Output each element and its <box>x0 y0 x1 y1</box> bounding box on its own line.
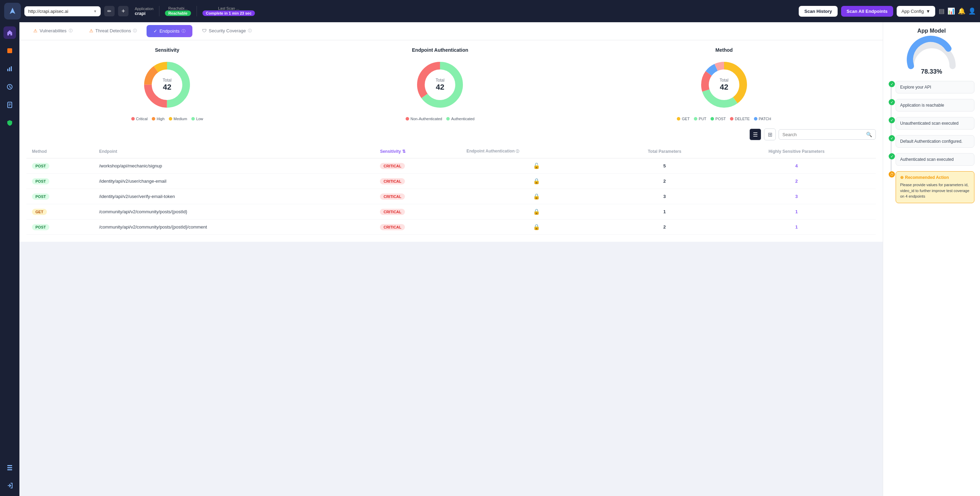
method-badge: POST <box>32 178 49 184</box>
app-config-button[interactable]: App Config ▼ <box>897 6 935 17</box>
auth-total-label: Total <box>436 78 444 83</box>
chart-icon[interactable]: 📊 <box>947 7 955 15</box>
legend-low-dot <box>191 117 195 121</box>
search-input[interactable] <box>783 132 864 137</box>
tab-security-coverage-label: Security Coverage <box>209 28 246 33</box>
col-auth: Endpoint Authentication ⓘ <box>461 145 612 158</box>
table-row[interactable]: POST /identity/api/v2/user/change-email … <box>26 174 876 189</box>
svg-rect-13 <box>7 469 12 470</box>
legend-low: Low <box>191 117 203 121</box>
table-row[interactable]: POST /community/api/v2/community/posts/{… <box>26 219 876 235</box>
legend-patch: PATCH <box>754 117 771 121</box>
timeline-item-reachable: ✓ Application is reachable <box>896 99 974 111</box>
grid-view-button[interactable]: ⊞ <box>764 129 776 140</box>
tab-endpoints[interactable]: ✓ Endpoints ⓘ <box>146 25 192 37</box>
method-badge: GET <box>32 209 47 215</box>
cell-method: POST <box>26 174 94 189</box>
sidebar-item-logout[interactable] <box>3 479 16 492</box>
cell-method: POST <box>26 219 94 235</box>
cell-sensitivity: CRITICAL <box>374 204 461 219</box>
user-icon[interactable]: 👤 <box>968 7 976 15</box>
cell-sensitivity: CRITICAL <box>374 219 461 235</box>
lock-icon: 🔒 <box>533 224 540 230</box>
list-view-button[interactable]: ☰ <box>749 129 761 140</box>
cell-auth: 🔓 <box>461 158 612 174</box>
auth-total-num: 42 <box>436 83 444 92</box>
sensitivity-badge: CRITICAL <box>380 178 404 184</box>
recommended-icon: ⊕ <box>900 175 904 180</box>
notification-icon[interactable]: 🔔 <box>958 7 966 15</box>
tab-security-coverage[interactable]: 🛡 Security Coverage ⓘ <box>194 22 260 40</box>
table-row[interactable]: POST /workshop/api/mechanic/signup CRITI… <box>26 158 876 174</box>
divider-1 <box>159 6 159 16</box>
endpoints-table: Method Endpoint Sensitivity ⇅ Endpoint A… <box>26 145 876 235</box>
endpoints-info-icon: ⓘ <box>181 29 185 34</box>
legend-patch-label: PATCH <box>759 117 771 121</box>
sidebar-item-home[interactable] <box>3 26 16 39</box>
timeline-item-recommended: ⏱ ⊕ Recommended Action Please provide va… <box>896 171 974 203</box>
cell-endpoint: /community/api/v2/community/posts/{postI… <box>94 219 374 235</box>
cell-total-params: 3 <box>612 189 717 204</box>
legend-put-label: PUT <box>699 117 706 121</box>
recommended-action: ⊕ Recommended Action Please provide valu… <box>896 171 974 203</box>
sidebar-item-vulnerabilities[interactable] <box>3 45 16 57</box>
table-header: Method Endpoint Sensitivity ⇅ Endpoint A… <box>26 145 876 158</box>
app-config-chevron-icon: ▼ <box>926 9 930 14</box>
cell-endpoint: /identity/api/v2/user/change-email <box>94 174 374 189</box>
sidebar-item-analytics[interactable] <box>3 62 16 75</box>
gauge-wrap: 78.33% <box>889 38 974 75</box>
url-text: http://crapi.apisec.ai <box>28 9 91 14</box>
search-box[interactable]: 🔍 <box>779 129 876 140</box>
lock-open-icon: 🔓 <box>533 163 540 169</box>
recommended-title-text: Recommended Action <box>905 175 949 180</box>
col-highly-sensitive: Highly Sensitive Parameters <box>717 145 876 158</box>
edit-url-button[interactable]: ✏ <box>104 6 115 16</box>
timeline-label-reachable: Application is reachable <box>900 103 944 108</box>
col-endpoint: Endpoint <box>94 145 374 158</box>
cell-auth: 🔒 <box>461 174 612 189</box>
scan-all-endpoints-button[interactable]: Scan All Endpoints <box>841 6 893 17</box>
add-url-button[interactable]: + <box>118 6 129 16</box>
reachability-info: Reachabi... Reachable <box>165 6 191 16</box>
legend-low-label: Low <box>196 117 203 121</box>
legend-get-dot <box>677 117 680 121</box>
lock-icon: 🔒 <box>533 178 540 184</box>
table-row[interactable]: POST /identity/api/v2/user/verify-email-… <box>26 189 876 204</box>
sidebar-item-scan[interactable] <box>3 81 16 93</box>
timeline-label-explore: Explore your API <box>900 85 931 90</box>
timeline-dot-auth-scan: ✓ <box>889 153 895 159</box>
timeline-dot-recommended: ⏱ <box>889 171 895 178</box>
cell-total-params: 5 <box>612 158 717 174</box>
legend-high-label: High <box>157 117 165 121</box>
legend-get-label: GET <box>682 117 690 121</box>
timeline-item-unauth: ✓ Unauthenticated scan executed <box>896 117 974 130</box>
table-row[interactable]: GET /community/api/v2/community/posts/{p… <box>26 204 876 219</box>
reachability-label: Reachabi... <box>169 6 188 10</box>
svg-rect-2 <box>9 67 10 71</box>
legend-critical: Critical <box>131 117 148 121</box>
table-body: POST /workshop/api/mechanic/signup CRITI… <box>26 158 876 235</box>
timeline-dot-reachable: ✓ <box>889 99 895 105</box>
sidebar-item-reports[interactable] <box>3 99 16 111</box>
last-scan-label: Last Scan ... <box>218 6 239 10</box>
tab-vulnerabilities[interactable]: ⚠ Vulnerabilites ⓘ <box>25 22 81 40</box>
sensitivity-badge: CRITICAL <box>380 163 404 169</box>
tab-endpoints-label: Endpoints <box>159 29 180 34</box>
app-label: Application <box>135 6 153 11</box>
sidebar-item-settings[interactable] <box>3 461 16 474</box>
tab-threat-detections[interactable]: ⚠ Threat Detections ⓘ <box>81 22 145 40</box>
col-sensitivity[interactable]: Sensitivity ⇅ <box>374 145 461 158</box>
divider-2 <box>197 6 197 16</box>
sidebar-item-security[interactable] <box>3 117 16 129</box>
table-icon[interactable]: ▤ <box>939 7 945 15</box>
main-content: ⚠ Vulnerabilites ⓘ ⚠ Threat Detections ⓘ… <box>19 22 883 496</box>
url-bar[interactable]: http://crapi.apisec.ai ▼ <box>24 6 101 16</box>
method-badge: POST <box>32 224 49 230</box>
right-panel-inner: App Model 78.33% ✓ Explore your API <box>883 22 980 214</box>
cell-highly-sensitive: 3 <box>717 189 876 204</box>
cell-highly-sensitive: 4 <box>717 158 876 174</box>
method-badge: POST <box>32 163 49 169</box>
sensitivity-badge: CRITICAL <box>380 194 404 200</box>
scan-history-button[interactable]: Scan History <box>799 6 837 17</box>
threat-info-icon: ⓘ <box>133 28 137 33</box>
